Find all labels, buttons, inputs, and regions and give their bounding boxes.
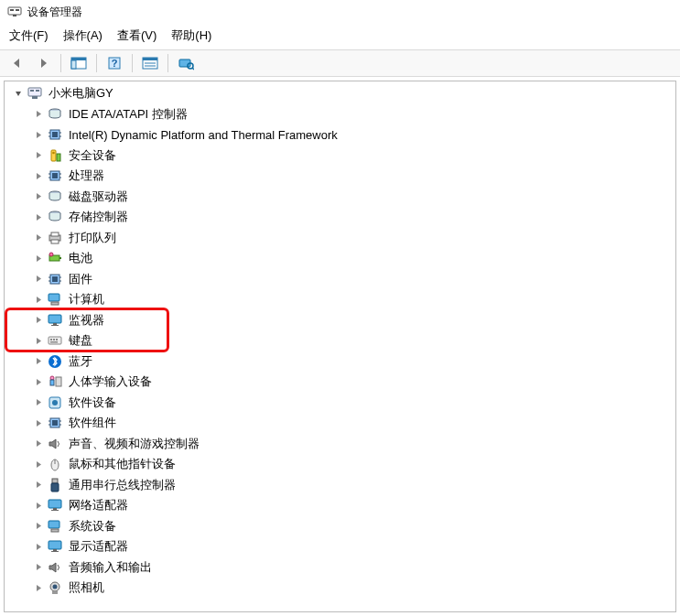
collapse-icon[interactable] <box>12 87 25 100</box>
expand-icon[interactable] <box>32 355 45 368</box>
tree-item-label: 系统设备 <box>69 518 116 535</box>
tree-item[interactable]: 人体学输入设备 <box>5 372 675 393</box>
svg-rect-40 <box>51 240 59 243</box>
svg-rect-6 <box>71 60 76 69</box>
tree-item[interactable]: 电池 <box>5 248 675 269</box>
tree-item[interactable]: 蓝牙 <box>5 351 675 373</box>
tree-item-label: 计算机 <box>69 291 104 308</box>
toolbar-separator <box>132 54 133 72</box>
expand-icon[interactable] <box>32 561 45 574</box>
expand-icon[interactable] <box>32 479 45 492</box>
software-icon <box>47 394 63 411</box>
svg-rect-1 <box>10 9 14 11</box>
tree-item[interactable]: 磁盘驱动器 <box>5 187 675 208</box>
tree-item[interactable]: 声音、视频和游戏控制器 <box>5 434 675 455</box>
menu-help[interactable]: 帮助(H) <box>171 27 211 44</box>
tree-item[interactable]: 音频输入和输出 <box>5 557 675 578</box>
expand-icon[interactable] <box>32 169 45 182</box>
tree-item[interactable]: 处理器 <box>5 166 675 187</box>
tree-item[interactable]: 显示适配器 <box>5 536 675 557</box>
ide-icon <box>47 106 63 123</box>
tree-item-label: 打印队列 <box>69 230 116 246</box>
expand-icon[interactable] <box>32 128 45 141</box>
hid-icon <box>47 373 63 390</box>
tree-root[interactable]: 小米电脑GY <box>5 83 675 104</box>
window-title: 设备管理器 <box>27 5 82 20</box>
tree-root-label: 小米电脑GY <box>49 85 113 102</box>
svg-rect-39 <box>51 232 59 236</box>
menu-action[interactable]: 操作(A) <box>63 27 103 44</box>
expand-icon[interactable] <box>32 458 45 470</box>
svg-rect-58 <box>56 339 58 340</box>
expand-icon[interactable] <box>32 252 45 265</box>
svg-rect-18 <box>36 90 39 92</box>
tree-item[interactable]: 打印队列 <box>5 228 675 249</box>
tree-item[interactable]: 系统设备 <box>5 516 675 537</box>
expand-icon[interactable] <box>32 499 45 512</box>
expand-icon[interactable] <box>32 273 45 286</box>
show-hide-console-button[interactable] <box>67 52 91 74</box>
svg-rect-67 <box>52 420 58 426</box>
expand-icon[interactable] <box>32 334 45 347</box>
audio-icon <box>47 559 63 576</box>
keyboard-icon <box>47 332 63 349</box>
help-button[interactable]: ? <box>103 52 126 74</box>
svg-rect-3 <box>13 15 16 16</box>
system-icon <box>47 518 63 535</box>
menu-file[interactable]: 文件(F) <box>9 27 49 44</box>
tree-item-label: 照相机 <box>69 579 104 596</box>
tree-item-label: Intel(R) Dynamic Platform and Thermal Fr… <box>69 128 338 142</box>
svg-rect-76 <box>49 500 61 508</box>
expand-icon[interactable] <box>32 293 45 306</box>
tree-item[interactable]: 网络适配器 <box>5 495 675 516</box>
expand-icon[interactable] <box>32 396 45 409</box>
forward-button[interactable] <box>31 52 55 74</box>
svg-rect-17 <box>30 90 34 92</box>
disk-icon <box>47 189 63 205</box>
tree-item[interactable]: 键盘 <box>5 330 675 351</box>
tree-item-label: 人体学输入设备 <box>69 373 152 390</box>
tree-item[interactable]: Intel(R) Dynamic Platform and Thermal Fr… <box>5 124 675 146</box>
tree-item[interactable]: 通用串行总线控制器 <box>5 475 675 496</box>
menu-view[interactable]: 查看(V) <box>117 27 157 44</box>
expand-icon[interactable] <box>32 314 45 327</box>
expand-icon[interactable] <box>32 581 45 594</box>
expand-icon[interactable] <box>32 190 45 203</box>
properties-button[interactable] <box>138 52 162 74</box>
tree-item[interactable]: 照相机 <box>5 578 675 599</box>
bluetooth-icon <box>47 353 63 370</box>
tree-item[interactable]: 监视器 <box>5 310 675 331</box>
svg-point-28 <box>52 151 55 154</box>
sound-icon <box>47 436 63 452</box>
expand-icon[interactable] <box>32 149 45 162</box>
tree-item[interactable]: IDE ATA/ATAPI 控制器 <box>5 104 675 125</box>
expand-icon[interactable] <box>32 416 45 429</box>
tree-item[interactable]: 存储控制器 <box>5 207 675 228</box>
expand-icon[interactable] <box>32 375 45 388</box>
svg-rect-80 <box>51 529 59 532</box>
cpu-icon <box>47 168 63 184</box>
svg-rect-62 <box>50 380 54 385</box>
device-tree[interactable]: 小米电脑GY IDE ATA/ATAPI 控制器 Intel(R) Dynami… <box>4 81 676 612</box>
tree-item[interactable]: 固件 <box>5 269 675 290</box>
tree-item-label: 网络适配器 <box>69 497 128 513</box>
tree-item-label: 安全设备 <box>69 147 116 164</box>
tree-item[interactable]: 软件组件 <box>5 413 675 434</box>
expand-icon[interactable] <box>32 520 45 533</box>
tree-item[interactable]: 鼠标和其他指针设备 <box>5 454 675 475</box>
expand-icon[interactable] <box>32 232 45 244</box>
svg-rect-53 <box>53 323 57 325</box>
tree-item[interactable]: 安全设备 <box>5 146 675 167</box>
back-button[interactable] <box>5 52 29 74</box>
expand-icon[interactable] <box>32 211 45 223</box>
expand-icon[interactable] <box>32 438 45 450</box>
expand-icon[interactable] <box>32 108 45 121</box>
tree-item[interactable]: 软件设备 <box>5 393 675 414</box>
scan-hardware-button[interactable] <box>174 52 198 74</box>
svg-rect-52 <box>49 315 61 323</box>
expand-icon[interactable] <box>32 540 45 553</box>
mouse-icon <box>47 456 63 472</box>
svg-rect-50 <box>49 294 59 301</box>
tree-item-label: 监视器 <box>69 312 104 329</box>
tree-item[interactable]: 计算机 <box>5 289 675 310</box>
